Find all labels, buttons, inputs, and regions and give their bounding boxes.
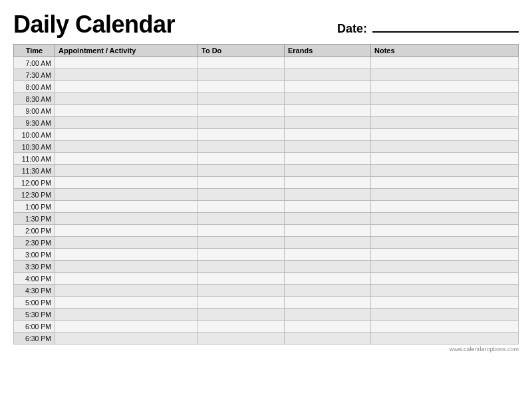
erands-cell[interactable] bbox=[285, 213, 371, 225]
appointment-cell[interactable] bbox=[55, 57, 198, 69]
notes-cell[interactable] bbox=[371, 81, 519, 93]
table-row[interactable]: 2:00 PM bbox=[14, 225, 519, 237]
appointment-cell[interactable] bbox=[55, 297, 198, 309]
erands-cell[interactable] bbox=[285, 333, 371, 344]
table-row[interactable]: 3:30 PM bbox=[14, 261, 519, 273]
appointment-cell[interactable] bbox=[55, 285, 198, 297]
notes-cell[interactable] bbox=[371, 177, 519, 189]
table-row[interactable]: 7:00 AM bbox=[14, 57, 519, 69]
notes-cell[interactable] bbox=[371, 285, 519, 297]
table-row[interactable]: 4:00 PM bbox=[14, 273, 519, 285]
appointment-cell[interactable] bbox=[55, 177, 198, 189]
erands-cell[interactable] bbox=[285, 189, 371, 201]
todo-cell[interactable] bbox=[198, 141, 285, 153]
todo-cell[interactable] bbox=[198, 297, 285, 309]
notes-cell[interactable] bbox=[371, 273, 519, 285]
notes-cell[interactable] bbox=[371, 225, 519, 237]
todo-cell[interactable] bbox=[198, 213, 285, 225]
todo-cell[interactable] bbox=[198, 225, 285, 237]
table-row[interactable]: 12:30 PM bbox=[14, 189, 519, 201]
erands-cell[interactable] bbox=[285, 141, 371, 153]
erands-cell[interactable] bbox=[285, 249, 371, 261]
notes-cell[interactable] bbox=[371, 309, 519, 321]
todo-cell[interactable] bbox=[198, 189, 285, 201]
todo-cell[interactable] bbox=[198, 273, 285, 285]
appointment-cell[interactable] bbox=[55, 225, 198, 237]
appointment-cell[interactable] bbox=[55, 213, 198, 225]
erands-cell[interactable] bbox=[285, 201, 371, 213]
erands-cell[interactable] bbox=[285, 225, 371, 237]
appointment-cell[interactable] bbox=[55, 105, 198, 117]
notes-cell[interactable] bbox=[371, 117, 519, 129]
todo-cell[interactable] bbox=[198, 249, 285, 261]
notes-cell[interactable] bbox=[371, 237, 519, 249]
todo-cell[interactable] bbox=[198, 57, 285, 69]
table-row[interactable]: 10:00 AM bbox=[14, 129, 519, 141]
notes-cell[interactable] bbox=[371, 165, 519, 177]
erands-cell[interactable] bbox=[285, 117, 371, 129]
erands-cell[interactable] bbox=[285, 321, 371, 333]
notes-cell[interactable] bbox=[371, 57, 519, 69]
table-row[interactable]: 12:00 PM bbox=[14, 177, 519, 189]
appointment-cell[interactable] bbox=[55, 237, 198, 249]
appointment-cell[interactable] bbox=[55, 321, 198, 333]
table-row[interactable]: 2:30 PM bbox=[14, 237, 519, 249]
notes-cell[interactable] bbox=[371, 297, 519, 309]
date-input-line[interactable] bbox=[372, 21, 519, 33]
notes-cell[interactable] bbox=[371, 249, 519, 261]
erands-cell[interactable] bbox=[285, 93, 371, 105]
todo-cell[interactable] bbox=[198, 177, 285, 189]
table-row[interactable]: 3:00 PM bbox=[14, 249, 519, 261]
appointment-cell[interactable] bbox=[55, 69, 198, 81]
todo-cell[interactable] bbox=[198, 285, 285, 297]
table-row[interactable]: 8:00 AM bbox=[14, 81, 519, 93]
appointment-cell[interactable] bbox=[55, 93, 198, 105]
appointment-cell[interactable] bbox=[55, 165, 198, 177]
erands-cell[interactable] bbox=[285, 261, 371, 273]
notes-cell[interactable] bbox=[371, 153, 519, 165]
todo-cell[interactable] bbox=[198, 309, 285, 321]
table-row[interactable]: 11:30 AM bbox=[14, 165, 519, 177]
notes-cell[interactable] bbox=[371, 213, 519, 225]
table-row[interactable]: 8:30 AM bbox=[14, 93, 519, 105]
todo-cell[interactable] bbox=[198, 321, 285, 333]
todo-cell[interactable] bbox=[198, 117, 285, 129]
notes-cell[interactable] bbox=[371, 189, 519, 201]
todo-cell[interactable] bbox=[198, 129, 285, 141]
table-row[interactable]: 5:00 PM bbox=[14, 297, 519, 309]
table-row[interactable]: 7:30 AM bbox=[14, 69, 519, 81]
notes-cell[interactable] bbox=[371, 93, 519, 105]
appointment-cell[interactable] bbox=[55, 153, 198, 165]
erands-cell[interactable] bbox=[285, 57, 371, 69]
table-row[interactable]: 6:30 PM bbox=[14, 333, 519, 344]
notes-cell[interactable] bbox=[371, 201, 519, 213]
erands-cell[interactable] bbox=[285, 309, 371, 321]
table-row[interactable]: 9:00 AM bbox=[14, 105, 519, 117]
notes-cell[interactable] bbox=[371, 129, 519, 141]
appointment-cell[interactable] bbox=[55, 249, 198, 261]
todo-cell[interactable] bbox=[198, 261, 285, 273]
erands-cell[interactable] bbox=[285, 285, 371, 297]
table-row[interactable]: 5:30 PM bbox=[14, 309, 519, 321]
notes-cell[interactable] bbox=[371, 333, 519, 344]
erands-cell[interactable] bbox=[285, 153, 371, 165]
notes-cell[interactable] bbox=[371, 69, 519, 81]
todo-cell[interactable] bbox=[198, 333, 285, 344]
table-row[interactable]: 1:30 PM bbox=[14, 213, 519, 225]
erands-cell[interactable] bbox=[285, 177, 371, 189]
erands-cell[interactable] bbox=[285, 237, 371, 249]
notes-cell[interactable] bbox=[371, 321, 519, 333]
notes-cell[interactable] bbox=[371, 105, 519, 117]
notes-cell[interactable] bbox=[371, 261, 519, 273]
table-row[interactable]: 4:30 PM bbox=[14, 285, 519, 297]
table-row[interactable]: 11:00 AM bbox=[14, 153, 519, 165]
table-row[interactable]: 10:30 AM bbox=[14, 141, 519, 153]
appointment-cell[interactable] bbox=[55, 189, 198, 201]
todo-cell[interactable] bbox=[198, 105, 285, 117]
appointment-cell[interactable] bbox=[55, 81, 198, 93]
appointment-cell[interactable] bbox=[55, 129, 198, 141]
todo-cell[interactable] bbox=[198, 93, 285, 105]
erands-cell[interactable] bbox=[285, 69, 371, 81]
table-row[interactable]: 6:00 PM bbox=[14, 321, 519, 333]
table-row[interactable]: 1:00 PM bbox=[14, 201, 519, 213]
